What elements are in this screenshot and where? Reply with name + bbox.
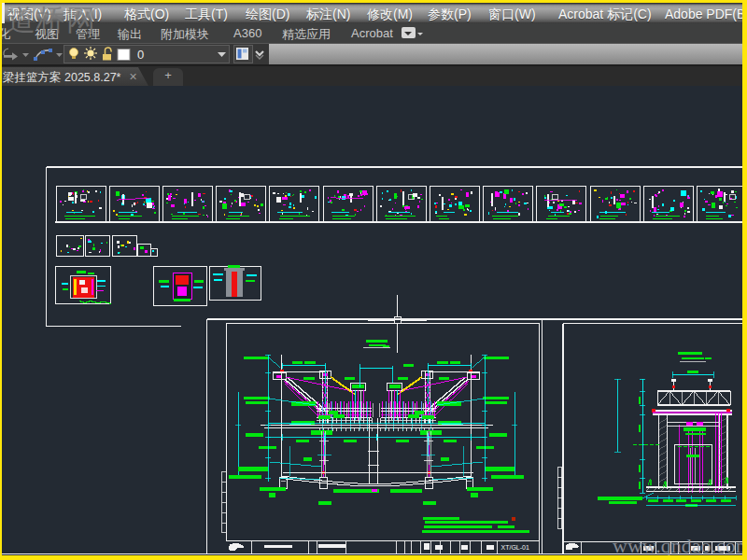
svg-text:XT/GL-01: XT/GL-01: [501, 544, 529, 551]
